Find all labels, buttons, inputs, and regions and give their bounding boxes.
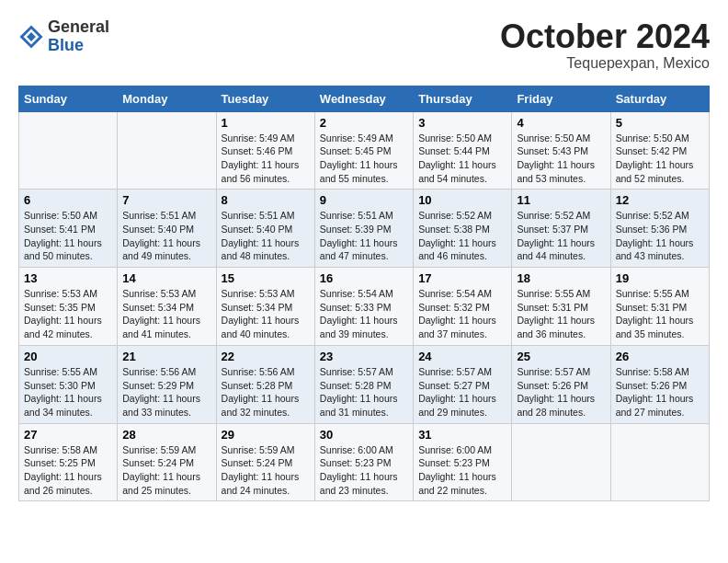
logo-general-text: General — [48, 18, 109, 37]
cell-content: Sunrise: 5:54 AMSunset: 5:33 PMDaylight:… — [320, 287, 408, 341]
cell-content: Sunrise: 5:52 AMSunset: 5:38 PMDaylight:… — [418, 209, 506, 263]
cell-content: Sunrise: 5:50 AMSunset: 5:43 PMDaylight:… — [517, 132, 605, 186]
calendar-cell: 31Sunrise: 6:00 AMSunset: 5:23 PMDayligh… — [414, 423, 512, 501]
cell-content: Sunrise: 5:59 AMSunset: 5:24 PMDaylight:… — [122, 443, 210, 498]
day-number: 16 — [320, 271, 408, 285]
day-number: 25 — [517, 350, 605, 363]
cell-content: Sunrise: 5:50 AMSunset: 5:44 PMDaylight:… — [418, 132, 506, 186]
day-number: 17 — [418, 271, 506, 285]
calendar-cell: 6Sunrise: 5:50 AMSunset: 5:41 PMDaylight… — [19, 190, 118, 268]
page-header: General Blue October 2024 Tequepexpan, M… — [18, 18, 710, 72]
cell-content: Sunrise: 5:58 AMSunset: 5:25 PMDaylight:… — [24, 443, 112, 498]
cell-content: Sunrise: 5:52 AMSunset: 5:36 PMDaylight:… — [616, 209, 704, 263]
cell-content: Sunrise: 5:49 AMSunset: 5:45 PMDaylight:… — [320, 132, 408, 186]
cell-content: Sunrise: 5:51 AMSunset: 5:40 PMDaylight:… — [122, 209, 210, 263]
header-row: Sunday Monday Tuesday Wednesday Thursday… — [19, 86, 710, 111]
calendar-week-5: 27Sunrise: 5:58 AMSunset: 5:25 PMDayligh… — [19, 423, 710, 501]
calendar-cell — [610, 423, 709, 501]
cell-content: Sunrise: 5:50 AMSunset: 5:42 PMDaylight:… — [616, 132, 704, 186]
day-number: 27 — [24, 428, 112, 442]
cell-content: Sunrise: 5:55 AMSunset: 5:31 PMDaylight:… — [517, 287, 605, 341]
calendar-cell: 5Sunrise: 5:50 AMSunset: 5:42 PMDaylight… — [610, 111, 709, 190]
calendar-cell: 20Sunrise: 5:55 AMSunset: 5:30 PMDayligh… — [19, 345, 118, 423]
col-tuesday: Tuesday — [216, 86, 314, 111]
col-thursday: Thursday — [414, 86, 512, 111]
day-number: 31 — [418, 428, 506, 442]
calendar-cell: 22Sunrise: 5:56 AMSunset: 5:28 PMDayligh… — [216, 345, 314, 423]
calendar-cell: 27Sunrise: 5:58 AMSunset: 5:25 PMDayligh… — [19, 423, 118, 501]
col-saturday: Saturday — [610, 86, 709, 111]
day-number: 29 — [222, 428, 310, 442]
day-number: 6 — [24, 193, 112, 207]
calendar-cell: 23Sunrise: 5:57 AMSunset: 5:28 PMDayligh… — [314, 345, 413, 423]
day-number: 15 — [222, 271, 310, 285]
calendar-cell: 28Sunrise: 5:59 AMSunset: 5:24 PMDayligh… — [118, 423, 216, 501]
cell-content: Sunrise: 5:55 AMSunset: 5:30 PMDaylight:… — [24, 365, 112, 419]
day-number: 3 — [418, 116, 506, 130]
calendar-cell: 10Sunrise: 5:52 AMSunset: 5:38 PMDayligh… — [414, 190, 512, 268]
calendar-cell: 24Sunrise: 5:57 AMSunset: 5:27 PMDayligh… — [414, 345, 512, 423]
cell-content: Sunrise: 5:49 AMSunset: 5:46 PMDaylight:… — [222, 132, 310, 186]
day-number: 12 — [616, 193, 704, 207]
cell-content: Sunrise: 6:00 AMSunset: 5:23 PMDaylight:… — [418, 443, 506, 498]
cell-content: Sunrise: 5:53 AMSunset: 5:34 PMDaylight:… — [122, 287, 210, 341]
day-number: 13 — [24, 271, 112, 285]
day-number: 8 — [222, 193, 310, 207]
day-number: 14 — [122, 271, 210, 285]
day-number: 5 — [616, 116, 704, 130]
calendar-body: 1Sunrise: 5:49 AMSunset: 5:46 PMDaylight… — [19, 111, 710, 501]
cell-content: Sunrise: 5:57 AMSunset: 5:26 PMDaylight:… — [517, 365, 605, 419]
logo-icon — [18, 24, 44, 50]
calendar-week-4: 20Sunrise: 5:55 AMSunset: 5:30 PMDayligh… — [19, 345, 710, 423]
col-monday: Monday — [118, 86, 216, 111]
day-number: 26 — [616, 350, 704, 363]
cell-content: Sunrise: 5:52 AMSunset: 5:37 PMDaylight:… — [517, 209, 605, 263]
calendar-cell: 12Sunrise: 5:52 AMSunset: 5:36 PMDayligh… — [610, 190, 709, 268]
day-number: 11 — [517, 193, 605, 207]
calendar-cell: 30Sunrise: 6:00 AMSunset: 5:23 PMDayligh… — [314, 423, 413, 501]
calendar-cell: 29Sunrise: 5:59 AMSunset: 5:24 PMDayligh… — [216, 423, 314, 501]
calendar-week-2: 6Sunrise: 5:50 AMSunset: 5:41 PMDaylight… — [19, 190, 710, 268]
cell-content: Sunrise: 5:57 AMSunset: 5:27 PMDaylight:… — [418, 365, 506, 419]
calendar-cell — [118, 111, 216, 190]
col-sunday: Sunday — [19, 86, 118, 111]
month-title: October 2024 — [500, 18, 710, 55]
calendar-cell: 18Sunrise: 5:55 AMSunset: 5:31 PMDayligh… — [512, 268, 610, 346]
day-number: 19 — [616, 271, 704, 285]
cell-content: Sunrise: 6:00 AMSunset: 5:23 PMDaylight:… — [320, 443, 408, 498]
calendar-cell: 21Sunrise: 5:56 AMSunset: 5:29 PMDayligh… — [118, 345, 216, 423]
calendar-table: Sunday Monday Tuesday Wednesday Thursday… — [18, 86, 710, 502]
col-friday: Friday — [512, 86, 610, 111]
cell-content: Sunrise: 5:53 AMSunset: 5:35 PMDaylight:… — [24, 287, 112, 341]
cell-content: Sunrise: 5:56 AMSunset: 5:29 PMDaylight:… — [122, 365, 210, 419]
cell-content: Sunrise: 5:53 AMSunset: 5:34 PMDaylight:… — [222, 287, 310, 341]
day-number: 10 — [418, 193, 506, 207]
day-number: 4 — [517, 116, 605, 130]
col-wednesday: Wednesday — [314, 86, 413, 111]
day-number: 30 — [320, 428, 408, 442]
day-number: 23 — [320, 350, 408, 363]
cell-content: Sunrise: 5:54 AMSunset: 5:32 PMDaylight:… — [418, 287, 506, 341]
calendar-cell: 11Sunrise: 5:52 AMSunset: 5:37 PMDayligh… — [512, 190, 610, 268]
calendar-cell: 3Sunrise: 5:50 AMSunset: 5:44 PMDaylight… — [414, 111, 512, 190]
cell-content: Sunrise: 5:57 AMSunset: 5:28 PMDaylight:… — [320, 365, 408, 419]
calendar-cell — [512, 423, 610, 501]
calendar-cell: 15Sunrise: 5:53 AMSunset: 5:34 PMDayligh… — [216, 268, 314, 346]
day-number: 24 — [418, 350, 506, 363]
day-number: 9 — [320, 193, 408, 207]
cell-content: Sunrise: 5:51 AMSunset: 5:40 PMDaylight:… — [222, 209, 310, 263]
calendar-header: Sunday Monday Tuesday Wednesday Thursday… — [19, 86, 710, 111]
day-number: 1 — [222, 116, 310, 130]
title-block: October 2024 Tequepexpan, Mexico — [500, 18, 710, 72]
day-number: 20 — [24, 350, 112, 363]
calendar-cell: 26Sunrise: 5:58 AMSunset: 5:26 PMDayligh… — [610, 345, 709, 423]
cell-content: Sunrise: 5:55 AMSunset: 5:31 PMDaylight:… — [616, 287, 704, 341]
cell-content: Sunrise: 5:51 AMSunset: 5:39 PMDaylight:… — [320, 209, 408, 263]
day-number: 2 — [320, 116, 408, 130]
calendar-cell: 7Sunrise: 5:51 AMSunset: 5:40 PMDaylight… — [118, 190, 216, 268]
calendar-cell: 1Sunrise: 5:49 AMSunset: 5:46 PMDaylight… — [216, 111, 314, 190]
calendar-week-1: 1Sunrise: 5:49 AMSunset: 5:46 PMDaylight… — [19, 111, 710, 190]
calendar-cell: 14Sunrise: 5:53 AMSunset: 5:34 PMDayligh… — [118, 268, 216, 346]
cell-content: Sunrise: 5:50 AMSunset: 5:41 PMDaylight:… — [24, 209, 112, 263]
day-number: 7 — [122, 193, 210, 207]
